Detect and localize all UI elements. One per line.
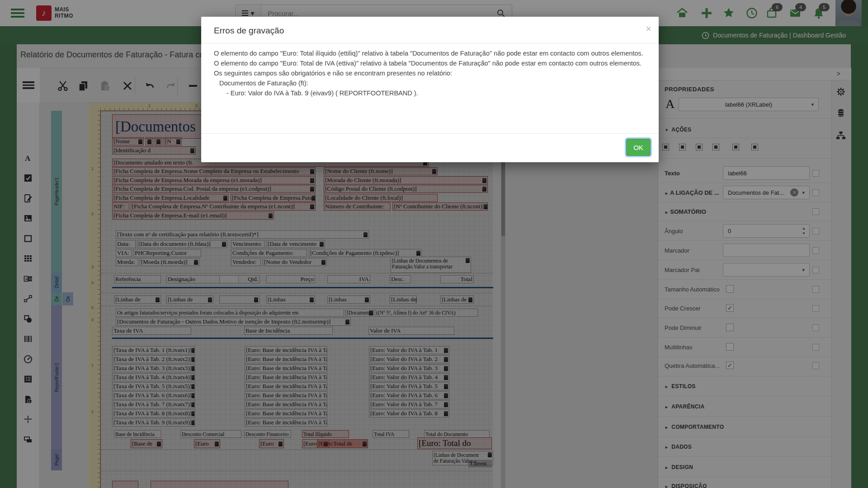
modal-body: O elemento do campo "Euro: Total ilíquid…: [214, 48, 646, 98]
modal-header-divider: [201, 43, 659, 43]
error-line: - Euro: Valor do IVA à Tab. 9 (eivav9) (…: [226, 88, 646, 98]
error-line: O elemento do campo "Euro: Total ilíquid…: [214, 48, 646, 58]
ok-button[interactable]: OK: [626, 139, 651, 156]
app-screen: ♪ MAISRITMO ▾ 6 4 5: [0, 0, 868, 488]
modal-footer-divider: [201, 133, 659, 134]
modal-title: Erros de gravação: [214, 26, 284, 36]
error-modal: Erros de gravação × O elemento do campo …: [201, 17, 659, 162]
error-line: O elemento do campo "Euro: Total de IVA …: [214, 58, 646, 68]
error-line: Documentos de Faturação (ft):: [219, 78, 646, 88]
close-icon[interactable]: ×: [646, 23, 651, 35]
error-line: Os seguintes campos são obrigatórios e n…: [214, 68, 646, 78]
